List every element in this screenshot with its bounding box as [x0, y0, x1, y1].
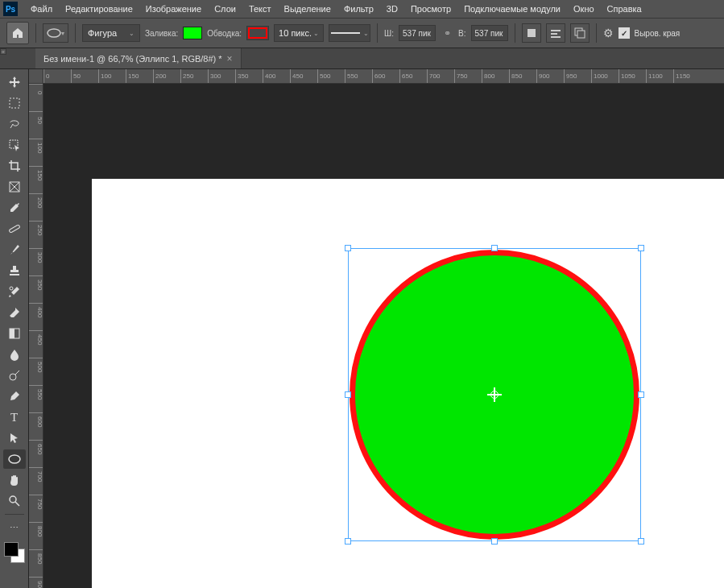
ruler-tick: 800	[482, 69, 494, 84]
ellipse-tool[interactable]	[3, 449, 26, 469]
height-input[interactable]	[471, 25, 508, 41]
menu-edit[interactable]: Редактирование	[59, 2, 139, 16]
collapse-handle[interactable]: «	[0, 48, 6, 55]
current-shape-button[interactable]: ▾	[43, 23, 68, 43]
width-input[interactable]	[399, 25, 436, 41]
bandage-icon	[8, 222, 21, 235]
path-alignment-button[interactable]	[546, 23, 565, 43]
type-tool[interactable]: T	[3, 408, 26, 427]
menu-help[interactable]: Справка	[601, 2, 648, 16]
ruler-tick: 850	[29, 549, 43, 565]
eyedropper-tool[interactable]	[3, 198, 26, 217]
menu-view[interactable]: Просмотр	[404, 2, 457, 16]
ruler-tick: 750	[454, 69, 467, 84]
ruler-tick: 250	[29, 221, 43, 237]
menu-layers[interactable]: Слои	[208, 2, 242, 16]
vertical-ruler[interactable]: 0501001502002503003504004505005506006507…	[29, 84, 43, 588]
stroke-swatch[interactable]	[246, 26, 269, 40]
separator	[75, 23, 76, 43]
close-icon[interactable]: ×	[227, 53, 233, 64]
edit-toolbar-button[interactable]: ⋯	[3, 518, 26, 537]
brush-tool[interactable]	[3, 240, 26, 259]
dodge-icon	[8, 369, 21, 382]
ruler-tick: 750	[29, 495, 43, 511]
solid-line-icon	[331, 32, 360, 34]
ruler-tick: 100	[98, 69, 111, 84]
ruler-tick: 400	[29, 303, 43, 319]
drop-icon	[8, 348, 21, 361]
ruler-tick: 600	[372, 69, 385, 84]
height-label: В:	[458, 29, 465, 38]
menu-select[interactable]: Выделение	[278, 2, 337, 16]
ruler-tick: 900	[29, 577, 43, 588]
ruler-tick: 300	[208, 69, 221, 84]
object-select-tool[interactable]	[3, 135, 26, 155]
shape-mode-dropdown[interactable]: Фигура ⌄	[82, 24, 140, 42]
blur-tool[interactable]	[3, 345, 26, 364]
align-edges-checkbox[interactable]: ✓	[619, 27, 630, 39]
marquee-tool[interactable]	[3, 93, 26, 113]
ruler-tick: 200	[29, 193, 43, 209]
arrow-icon	[8, 432, 21, 445]
path-select-tool[interactable]	[3, 429, 26, 448]
ruler-tick: 900	[536, 69, 549, 84]
canvas-area: 0501001502002503003504004505005506006507…	[29, 69, 724, 588]
ruler-tick: 700	[29, 467, 43, 483]
frame-tool[interactable]	[3, 177, 26, 197]
stroke-style-dropdown[interactable]: ⌄	[329, 24, 370, 42]
horizontal-ruler[interactable]: 0501001502002503003504004505005506006507…	[43, 69, 724, 84]
ruler-tick: 350	[235, 69, 248, 84]
type-icon: T	[10, 411, 18, 424]
chevron-down-icon: ⌄	[129, 30, 134, 37]
lasso-tool[interactable]	[3, 114, 26, 134]
canvas[interactable]	[43, 84, 724, 588]
ruler-tick: 300	[29, 248, 43, 264]
foreground-color[interactable]	[4, 542, 19, 557]
path-operations-button[interactable]	[522, 23, 541, 43]
dodge-tool[interactable]	[3, 366, 26, 385]
color-swatches[interactable]	[4, 542, 25, 563]
tool-separator	[5, 514, 24, 515]
path-arrangement-button[interactable]	[570, 23, 590, 43]
ps-logo[interactable]: Ps	[3, 2, 18, 16]
ruler-tick: 500	[29, 358, 43, 374]
menu-filter[interactable]: Фильтр	[337, 2, 380, 16]
ruler-origin[interactable]	[29, 69, 43, 84]
heal-tool[interactable]	[3, 219, 26, 238]
ruler-tick: 150	[29, 166, 43, 182]
stroke-width-dropdown[interactable]: 10 пикс. ⌄	[274, 24, 324, 42]
svg-rect-2	[551, 30, 561, 31]
stamp-tool[interactable]	[3, 261, 26, 280]
crop-tool[interactable]	[3, 156, 26, 176]
gear-icon[interactable]: ⚙	[603, 27, 614, 39]
svg-point-16	[10, 496, 16, 503]
pen-icon	[8, 390, 21, 403]
menu-window[interactable]: Окно	[567, 2, 601, 16]
ellipse-tool-icon	[7, 453, 22, 465]
gradient-tool[interactable]	[3, 324, 26, 343]
crop-icon	[8, 159, 21, 172]
hand-tool[interactable]	[3, 470, 26, 490]
ruler-tick: 50	[71, 69, 81, 84]
separator	[515, 23, 515, 43]
eraser-tool[interactable]	[3, 303, 26, 322]
home-button[interactable]	[6, 22, 29, 44]
menu-plugins[interactable]: Подключаемые модули	[457, 2, 567, 16]
menu-3d[interactable]: 3D	[380, 2, 404, 16]
ellipse-shape[interactable]	[350, 250, 639, 540]
pen-tool[interactable]	[3, 387, 26, 406]
ruler-tick: 550	[345, 69, 358, 84]
menu-image[interactable]: Изображение	[139, 2, 208, 16]
ruler-tick: 950	[564, 69, 577, 84]
document-tab[interactable]: Без имени-1 @ 66,7% (Эллипс 1, RGB/8#) *…	[35, 48, 242, 68]
move-tool[interactable]	[3, 72, 26, 92]
ruler-tick: 500	[317, 69, 330, 84]
history-brush-tool[interactable]	[3, 282, 26, 301]
fill-swatch[interactable]	[183, 27, 202, 39]
menu-text[interactable]: Текст	[242, 2, 278, 16]
zoom-tool[interactable]	[3, 491, 26, 511]
menu-file[interactable]: Файл	[24, 2, 59, 16]
link-icon[interactable]: ⚭	[441, 28, 453, 39]
ruler-tick: 650	[399, 69, 412, 84]
ruler-tick: 100	[29, 139, 43, 155]
